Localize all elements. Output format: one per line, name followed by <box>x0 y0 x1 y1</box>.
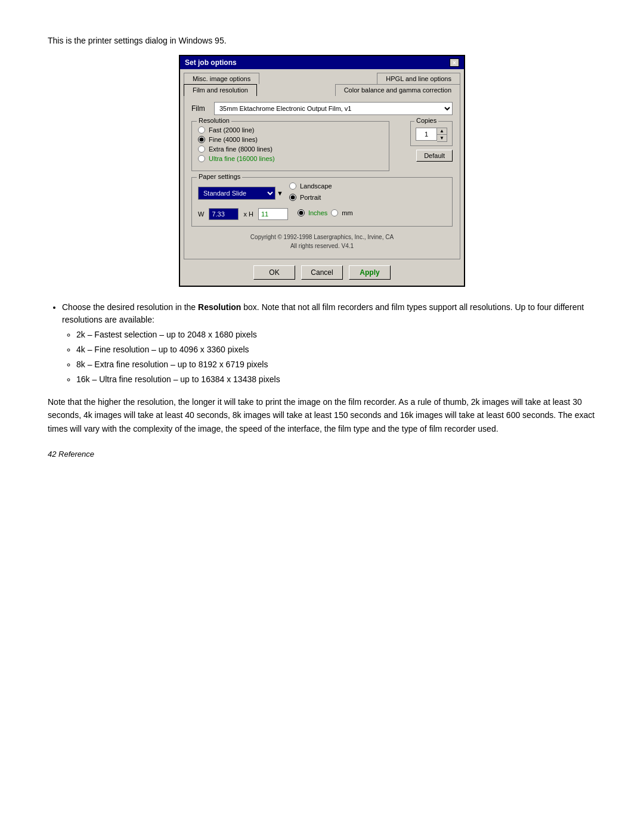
portrait-label: Portrait <box>300 194 321 201</box>
paper-select[interactable]: Standard Slide <box>198 187 275 200</box>
paper-select-arrow[interactable]: ▼ <box>277 190 283 197</box>
copyright-section: Copyright © 1992-1998 Lasergraphics, Inc… <box>191 233 453 250</box>
dialog: Set job options × Misc. image options HP… <box>179 55 465 287</box>
portrait-radio[interactable] <box>289 194 296 201</box>
paper-settings-group: Paper settings Standard Slide ▼ Landscap… <box>191 177 453 227</box>
landscape-radio[interactable] <box>289 182 296 190</box>
main-bullet-list: Choose the desired resolution in the Res… <box>62 301 596 386</box>
intro-text: This is the printer settings dialog in W… <box>48 36 596 45</box>
resolution-group: Resolution Fast (2000 line) Fine (4000 l… <box>191 121 389 171</box>
resolution-ultrafine-radio[interactable] <box>198 155 205 162</box>
main-bullet-item: Choose the desired resolution in the Res… <box>62 301 596 386</box>
page-footer: 42 Reference <box>48 450 596 459</box>
bullet-text-before: Choose the desired resolution in the <box>62 302 196 312</box>
resolution-group-label: Resolution <box>197 117 231 124</box>
copyright-line1: Copyright © 1992-1998 Lasergraphics, Inc… <box>191 233 453 241</box>
sub-bullet-2k: 2k – Fastest selection – up to 2048 x 16… <box>76 329 596 341</box>
width-label: W <box>198 210 204 218</box>
mm-label: mm <box>342 209 352 216</box>
bullet-bold: Resolution <box>198 302 241 312</box>
film-row: Film 35mm Ektachrome Electronic Output F… <box>191 102 453 115</box>
unit-mm: mm <box>331 209 352 216</box>
paper-row2: W 7.33 x H 11 Inches mm <box>198 208 446 220</box>
copies-label: Copies <box>414 117 438 124</box>
resolution-extra-fine: Extra fine (8000 lines) <box>198 145 383 153</box>
tab-hpgl[interactable]: HPGL and line options <box>377 73 460 84</box>
height-input[interactable]: 11 <box>258 208 288 220</box>
sub-bullet-4k: 4k – Fine resolution – up to 4096 x 3360… <box>76 343 596 356</box>
tabs-container: Misc. image options HPGL and line option… <box>180 69 464 96</box>
sub-bullet-16k: 16k – Ultra fine resolution – up to 1638… <box>76 373 596 386</box>
resolution-copies-row: Resolution Fast (2000 line) Fine (4000 l… <box>191 121 453 177</box>
orientation-group: Landscape Portrait <box>289 182 332 203</box>
resolution-fast: Fast (2000 line) <box>198 126 383 134</box>
apply-button[interactable]: Apply <box>349 265 391 280</box>
dialog-titlebar: Set job options × <box>180 56 464 69</box>
sub-bullet-list: 2k – Fastest selection – up to 2048 x 16… <box>76 329 596 386</box>
copies-section: Copies 1 ▲ ▼ Default <box>399 121 453 177</box>
resolution-extrafine-radio[interactable] <box>198 145 205 153</box>
tab-misc-image[interactable]: Misc. image options <box>184 73 259 84</box>
orientation-landscape: Landscape <box>289 182 332 190</box>
copies-group: Copies 1 ▲ ▼ <box>410 121 453 146</box>
sub-bullet-8k: 8k – Extra fine resolution – up to 8192 … <box>76 358 596 371</box>
dialog-title: Set job options <box>185 58 237 67</box>
tabs-row2: Film and resolution Color balance and ga… <box>184 84 460 96</box>
ok-button[interactable]: OK <box>253 265 295 280</box>
xh-label: x H <box>243 210 253 218</box>
tabs-row1: Misc. image options HPGL and line option… <box>184 73 460 84</box>
tab-color-balance[interactable]: Color balance and gamma correction <box>335 84 460 96</box>
resolution-fast-radio[interactable] <box>198 126 205 134</box>
resolution-fine: Fine (4000 lines) <box>198 136 383 143</box>
paper-select-wrapper: Standard Slide ▼ <box>198 187 283 200</box>
landscape-label: Landscape <box>300 182 332 190</box>
cancel-button[interactable]: Cancel <box>301 265 343 280</box>
copies-input[interactable]: 1 <box>416 128 437 141</box>
default-button[interactable]: Default <box>416 150 453 162</box>
spinner-down[interactable]: ▼ <box>437 135 447 141</box>
unit-inches: Inches <box>298 209 327 216</box>
resolution-fine-label: Fine (4000 lines) <box>209 136 258 143</box>
resolution-fast-label: Fast (2000 line) <box>209 126 254 134</box>
film-select[interactable]: 35mm Ektachrome Electronic Output Film, … <box>214 102 453 115</box>
width-input[interactable]: 7.33 <box>209 208 239 220</box>
film-label: Film <box>191 104 209 113</box>
tab-film-resolution[interactable]: Film and resolution <box>184 84 257 96</box>
spinner-up[interactable]: ▲ <box>437 128 447 135</box>
close-button[interactable]: × <box>450 58 459 67</box>
spinner-buttons: ▲ ▼ <box>437 128 447 142</box>
bullet-section: Choose the desired resolution in the Res… <box>48 301 596 386</box>
dialog-body: Film 35mm Ektachrome Electronic Output F… <box>184 96 460 259</box>
paper-row1: Standard Slide ▼ Landscape Portrait <box>198 182 446 203</box>
paper-group-label: Paper settings <box>197 173 242 180</box>
resolution-extrafine-label: Extra fine (8000 lines) <box>209 145 273 153</box>
note-paragraph: Note that the higher the resolution, the… <box>48 395 596 435</box>
resolution-section: Resolution Fast (2000 line) Fine (4000 l… <box>191 121 389 177</box>
resolution-ultrafine-label: Ultra fine (16000 lines) <box>209 155 275 162</box>
inches-label: Inches <box>308 209 327 216</box>
copies-spinner: 1 ▲ ▼ <box>416 128 447 142</box>
dialog-wrapper: Set job options × Misc. image options HP… <box>48 55 596 287</box>
resolution-ultra-fine: Ultra fine (16000 lines) <box>198 155 383 162</box>
copyright-line2: All rights reserved. V4.1 <box>191 241 453 250</box>
inches-radio[interactable] <box>298 209 305 216</box>
orientation-portrait: Portrait <box>289 194 332 201</box>
resolution-fine-radio[interactable] <box>198 136 205 143</box>
dialog-buttons: OK Cancel Apply <box>180 259 464 286</box>
mm-radio[interactable] <box>331 209 338 216</box>
units-group: Inches mm <box>298 209 353 219</box>
